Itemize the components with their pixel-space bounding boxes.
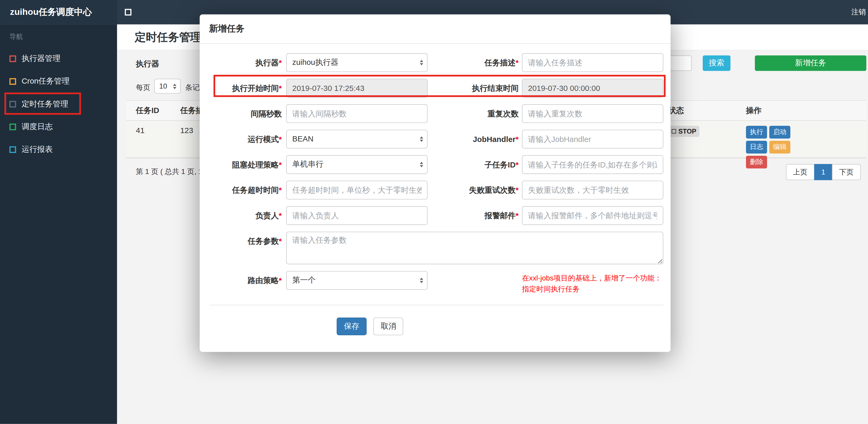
required-asterisk: * — [279, 186, 282, 195]
sidebar-section-label: 导航 — [0, 25, 117, 47]
status-text: STOP — [678, 127, 696, 135]
required-asterisk: * — [516, 160, 519, 169]
repeat-input[interactable] — [522, 104, 663, 123]
run-mode-select-value: BEAN — [292, 134, 313, 143]
child-job-label: 子任务ID* — [437, 155, 519, 174]
modal-title: 新增任务 — [200, 14, 671, 44]
app-title: zuihou任务调度中心 — [0, 0, 117, 25]
cell-task-id: 41 — [126, 121, 171, 157]
save-button[interactable]: 保存 — [337, 318, 367, 335]
sidebar-item-timed-task-manage[interactable]: 定时任务管理 — [0, 93, 117, 115]
page-1-button[interactable]: 1 — [814, 164, 833, 180]
job-desc-input[interactable] — [522, 53, 663, 72]
feature-note-line2: 指定时间执行任务 — [522, 284, 663, 295]
sidebar-item-run-report[interactable]: 运行报表 — [0, 138, 117, 161]
required-asterisk: * — [279, 160, 282, 169]
cancel-button[interactable]: 取消 — [374, 318, 403, 335]
sidebar-item-label: 定时任务管理 — [22, 99, 68, 109]
timeout-label: 任务超时时间* — [209, 181, 282, 199]
sidebar-item-label: Cron任务管理 — [22, 76, 70, 86]
header-actions: 操作 — [737, 101, 866, 120]
stop-square-icon — [672, 129, 676, 134]
feature-note: 在xxl-jobs项目的基础上，新增了一个功能： 指定时间执行任务 — [522, 271, 663, 295]
required-asterisk: * — [279, 135, 282, 143]
select-caret-icon — [420, 278, 423, 283]
job-handler-label: JobHandler* — [437, 130, 519, 149]
sidebar-item-label: 运行报表 — [22, 144, 53, 154]
add-task-modal: 新增任务 执行器* zuihou执行器 任务描述* 执行开始时间* 执行结束时间 — [200, 14, 671, 352]
child-job-input[interactable] — [522, 155, 663, 174]
job-param-textarea[interactable] — [286, 232, 663, 264]
job-handler-input[interactable] — [522, 130, 663, 149]
route-strategy-label: 路由策略* — [209, 271, 282, 295]
select-caret-icon — [173, 83, 177, 89]
interval-input[interactable] — [286, 104, 428, 123]
required-asterisk: * — [516, 211, 519, 220]
block-strategy-select[interactable]: 单机串行 — [286, 155, 428, 174]
edit-button[interactable]: 编辑 — [769, 141, 790, 153]
alarm-email-input[interactable] — [522, 206, 663, 225]
per-page-select[interactable]: 10 — [154, 79, 181, 94]
start-button[interactable]: 启动 — [769, 126, 790, 138]
prev-page-button[interactable]: 上页 — [786, 164, 815, 180]
executor-select[interactable]: zuihou执行器 — [286, 53, 428, 72]
sidebar-item-label: 执行器管理 — [22, 54, 60, 63]
search-button[interactable]: 搜索 — [703, 56, 731, 71]
add-task-button[interactable]: 新增任务 — [755, 56, 866, 71]
owner-input[interactable] — [286, 206, 428, 225]
delete-button[interactable]: 删除 — [746, 156, 767, 168]
retry-label: 失败重试次数* — [437, 181, 519, 199]
sidebar-item-cron-task-manage[interactable]: Cron任务管理 — [0, 70, 117, 93]
next-page-button[interactable]: 下页 — [832, 164, 861, 180]
required-asterisk: * — [279, 211, 282, 220]
modal-footer: 保存 取消 — [209, 305, 663, 352]
end-time-label: 执行结束时间 — [437, 79, 519, 97]
required-asterisk: * — [516, 58, 519, 67]
retry-input[interactable] — [522, 181, 663, 199]
select-caret-icon — [420, 162, 423, 167]
sidebar-item-schedule-log[interactable]: 调度日志 — [0, 116, 117, 138]
page-title: 定时任务管理 — [135, 30, 201, 45]
required-asterisk: * — [516, 135, 519, 143]
job-desc-label: 任务描述* — [437, 53, 519, 72]
header-task-id: 任务ID — [126, 101, 171, 120]
sidebar-item-executor-manage[interactable]: 执行器管理 — [0, 47, 117, 70]
start-time-label: 执行开始时间* — [209, 79, 282, 97]
executor-label: 执行器* — [209, 53, 282, 72]
logout-link[interactable]: 注销 — [851, 0, 866, 25]
required-asterisk: * — [516, 186, 519, 195]
app-window: zuihou任务调度中心 注销 导航 执行器管理 Cron任务管理 定时任务管理… — [0, 0, 868, 424]
collapse-menu-icon[interactable] — [125, 9, 132, 15]
per-page-value: 10 — [159, 82, 167, 90]
menu-square-icon — [9, 101, 16, 107]
menu-square-icon — [9, 146, 16, 153]
per-page-label: 每页 — [136, 83, 150, 93]
sidebar: 导航 执行器管理 Cron任务管理 定时任务管理 调度日志 运行报表 — [0, 25, 117, 424]
owner-label: 负责人* — [209, 206, 282, 225]
cell-actions: 执行启动日志编辑删除 — [737, 121, 866, 157]
run-mode-label: 运行模式* — [209, 130, 282, 149]
end-time-input[interactable] — [522, 79, 663, 97]
pagination-summary: 第 1 页 ( 总共 1 页, 1 — [136, 167, 202, 176]
executor-select-value: zuihou执行器 — [292, 58, 338, 66]
per-page-suffix-label: 条记 — [185, 83, 200, 93]
run-mode-select[interactable]: BEAN — [286, 130, 428, 149]
alarm-email-label: 报警邮件* — [437, 206, 519, 225]
modal-body: 执行器* zuihou执行器 任务描述* 执行开始时间* 执行结束时间 间隔秒数 — [200, 44, 671, 352]
required-asterisk: * — [279, 84, 282, 93]
required-asterisk: * — [279, 58, 282, 67]
timeout-input[interactable] — [286, 181, 428, 199]
start-time-input[interactable] — [286, 79, 428, 97]
feature-note-line1: 在xxl-jobs项目的基础上，新增了一个功能： — [522, 273, 663, 284]
route-strategy-select-value: 第一个 — [292, 275, 315, 284]
log-button[interactable]: 日志 — [746, 141, 767, 153]
execute-button[interactable]: 执行 — [746, 126, 767, 138]
select-caret-icon — [420, 60, 423, 65]
menu-square-icon — [9, 78, 16, 85]
sidebar-item-label: 调度日志 — [22, 122, 53, 132]
pagination: 上页 1 下页 — [786, 164, 861, 180]
interval-label: 间隔秒数 — [209, 104, 282, 123]
route-strategy-select[interactable]: 第一个 — [286, 271, 428, 295]
required-asterisk: * — [279, 276, 282, 285]
block-strategy-label: 阻塞处理策略* — [209, 155, 282, 174]
